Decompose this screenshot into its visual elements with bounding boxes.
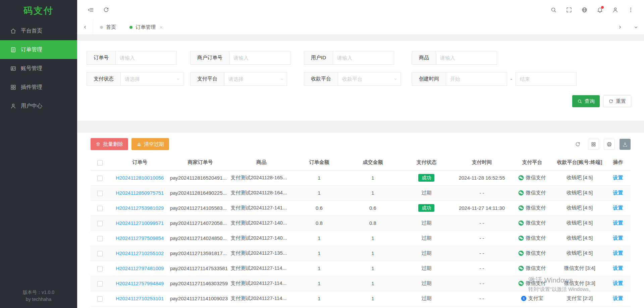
row-checkbox[interactable] xyxy=(97,221,103,226)
merchant-no-input[interactable] xyxy=(229,51,290,65)
wechat-pay-icon xyxy=(518,235,524,241)
order-amount-cell: 0.8 xyxy=(292,215,346,231)
order-id-link[interactable]: H2024112797481009 xyxy=(116,265,164,271)
order-id-link[interactable]: H2024112757994849 xyxy=(116,281,164,286)
reset-button[interactable]: 重置 xyxy=(603,95,631,107)
notifications-bell-icon[interactable] xyxy=(593,3,606,17)
paid-amount-cell: 1 xyxy=(346,185,399,200)
row-checkbox[interactable] xyxy=(97,281,103,287)
settings-link[interactable]: 设置 xyxy=(613,175,623,180)
pay-status-cell: 过期 xyxy=(399,231,453,246)
select-all-checkbox[interactable] xyxy=(97,160,103,166)
order-document-icon xyxy=(10,47,16,53)
order-id-link[interactable]: H2024112710255102 xyxy=(116,250,164,256)
table-row: H2024112757994849pay202411271146303259支付… xyxy=(91,276,631,291)
column-header: 成交金额 xyxy=(346,155,399,170)
merchant-order-cell: pay2024112714024850... xyxy=(170,231,230,246)
order-id-link[interactable]: H2024112810010056 xyxy=(116,175,164,181)
product-cell: 支付测试20241127-141... xyxy=(230,200,292,215)
merchant-order-cell: pay2024112714105583... xyxy=(170,200,230,215)
receive-platform-select[interactable] xyxy=(338,72,401,86)
sidebar-item-order-management[interactable]: 订单管理 xyxy=(0,40,77,59)
order-amount-cell: 1 xyxy=(292,261,346,276)
refresh-table-button[interactable] xyxy=(572,139,583,150)
wechat-pay-icon xyxy=(518,205,524,211)
clean-icon xyxy=(137,142,142,147)
filter-label: 支付状态 xyxy=(87,72,121,86)
order-id-link[interactable]: H2024112710253101 xyxy=(116,296,164,301)
settings-link[interactable]: 设置 xyxy=(613,265,623,271)
order-id-link[interactable]: H2024112797509854 xyxy=(116,235,164,241)
settings-link[interactable]: 设置 xyxy=(613,235,623,241)
end-date-input[interactable] xyxy=(516,72,577,86)
sidebar-item-platform-home[interactable]: 平台首页 xyxy=(0,21,77,40)
close-tab-icon[interactable] xyxy=(159,25,163,29)
batch-delete-button[interactable]: 批量删除 xyxy=(91,138,128,150)
search-icon[interactable] xyxy=(547,3,560,17)
tab-home[interactable]: 首页 xyxy=(93,20,123,35)
pay-time-cell: 2024-11-28 16:52:55 xyxy=(453,170,510,185)
refresh-page-icon[interactable] xyxy=(99,3,113,17)
settings-link[interactable]: 设置 xyxy=(613,295,623,301)
row-checkbox[interactable] xyxy=(97,296,103,302)
sidebar-item-user-center[interactable]: 用户中心 xyxy=(0,97,77,115)
merchant-order-cell: pay202411271147533581 xyxy=(170,261,230,276)
filter-merchant-no: 商户订单号 xyxy=(190,51,304,65)
columns-filter-button[interactable] xyxy=(588,139,599,150)
filter-pay-platform: 支付平台 xyxy=(190,72,304,86)
table-row: H2024112797509854pay2024112714024850...支… xyxy=(91,231,631,246)
sidebar-item-account-management[interactable]: 账号管理 xyxy=(0,59,77,78)
settings-link[interactable]: 设置 xyxy=(613,205,623,210)
order-id-link[interactable]: H2024112710099571 xyxy=(116,220,164,226)
user-id-input[interactable] xyxy=(333,51,394,65)
row-checkbox[interactable] xyxy=(97,176,103,181)
row-checkbox[interactable] xyxy=(97,206,103,211)
settings-link[interactable]: 设置 xyxy=(613,280,623,286)
tab-order-management[interactable]: 订单管理 xyxy=(123,20,170,35)
pay-platform-select[interactable] xyxy=(224,72,287,86)
row-checkbox[interactable] xyxy=(97,266,103,271)
collapse-sidebar-icon[interactable] xyxy=(84,3,97,17)
column-header: 操作 xyxy=(605,155,631,170)
paid-amount-cell: 1 xyxy=(346,276,399,291)
pay-status-select[interactable] xyxy=(121,72,183,86)
fullscreen-icon[interactable] xyxy=(562,3,576,17)
settings-link[interactable]: 设置 xyxy=(613,250,623,256)
clear-expired-button[interactable]: 清空过期 xyxy=(131,138,169,150)
more-options-icon[interactable] xyxy=(624,3,637,17)
receive-platform-cell: 收钱吧 [4:5] xyxy=(554,170,605,185)
grid-icon xyxy=(10,84,16,90)
merchant-order-cell: pay2024112816520491... xyxy=(170,170,230,185)
paid-amount-cell: 1 xyxy=(346,231,399,246)
order-amount-cell: 1 xyxy=(292,276,346,291)
tabs-scroll-right-button[interactable] xyxy=(612,20,628,35)
sidebar-item-plugin-management[interactable]: 插件管理 xyxy=(0,78,77,97)
column-header: 支付状态 xyxy=(399,155,453,170)
print-button[interactable] xyxy=(604,139,615,150)
tab-label: 订单管理 xyxy=(136,24,156,30)
user-profile-icon[interactable] xyxy=(608,3,622,17)
row-checkbox[interactable] xyxy=(97,191,103,196)
settings-link[interactable]: 设置 xyxy=(613,190,623,195)
export-button[interactable] xyxy=(620,139,631,150)
status-text: 过期 xyxy=(421,220,431,226)
filter-create-time: 创建时间 - xyxy=(412,72,631,86)
tabs-menu-button[interactable] xyxy=(628,20,644,35)
row-checkbox[interactable] xyxy=(97,236,103,241)
search-button[interactable]: 查询 xyxy=(572,95,600,107)
order-table: 订单号商家订单号商品订单金额成交金额支付状态支付时间支付平台收款平台[账号:终端… xyxy=(91,155,631,306)
alipay-icon: 支 xyxy=(521,296,527,301)
pay-platform-cell: 微信支付 xyxy=(511,200,554,215)
tabs-scroll-left-button[interactable] xyxy=(77,20,93,35)
language-globe-icon[interactable] xyxy=(578,3,591,17)
version-text: 版本号：v1.0.0 xyxy=(0,289,77,296)
app-logo: 码支付 xyxy=(0,0,77,21)
product-input[interactable] xyxy=(436,51,497,65)
order-id-link[interactable]: H2024112753981029 xyxy=(116,205,164,211)
row-checkbox[interactable] xyxy=(97,251,103,256)
start-date-input[interactable] xyxy=(446,72,507,86)
settings-link[interactable]: 设置 xyxy=(613,220,623,226)
order-id-link[interactable]: H2024112850975751 xyxy=(116,190,164,196)
order-no-input[interactable] xyxy=(116,51,177,65)
paid-amount-cell: 1 xyxy=(346,291,399,306)
